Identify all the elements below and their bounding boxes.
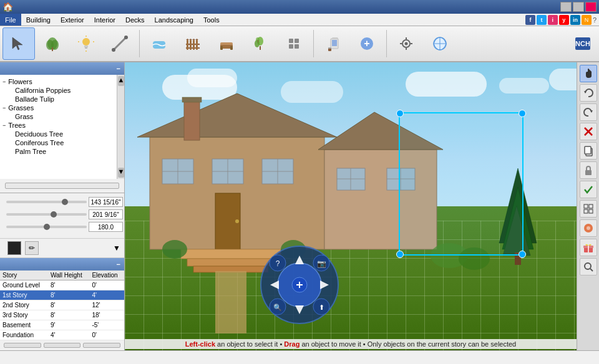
item-grass[interactable]: Grass (1, 112, 115, 121)
furniture-icon (217, 34, 236, 54)
menu-bar: File Building Exterior Interior Decks La… (0, 14, 599, 26)
story-collapse-icon[interactable]: − (117, 261, 120, 268)
delete-story-button[interactable] (83, 343, 120, 348)
elevation: 18' (89, 310, 124, 320)
rt-check-button[interactable] (580, 181, 597, 198)
tool-options[interactable] (390, 27, 422, 60)
category-grasses[interactable]: − Grasses (1, 103, 115, 112)
material-section: ✏ ▼ (0, 239, 124, 258)
elevation: 0' (89, 330, 124, 340)
story-panel: − Story Wall Height Elevation Ground Lev… (0, 258, 124, 350)
tool-accessories[interactable] (244, 27, 276, 60)
tool-lighting[interactable] (70, 27, 102, 60)
rt-gift-button[interactable] (580, 239, 597, 256)
menu-landscaping[interactable]: Landscaping (150, 14, 198, 26)
instagram-icon[interactable]: i (548, 15, 558, 25)
trees-expand-icon: − (2, 122, 6, 128)
flora-collapse-icon[interactable]: − (117, 65, 120, 72)
minimize-button[interactable] (560, 2, 572, 12)
get-more-content-button[interactable] (5, 183, 119, 189)
flora-tree-scroll[interactable]: − Flowers California Poppies Ballade Tul… (0, 75, 117, 179)
path-icon (110, 34, 130, 54)
item-coniferous-tree[interactable]: Coniferous Tree (1, 138, 115, 147)
tool-add-content[interactable]: + (351, 27, 383, 60)
category-flowers[interactable]: − Flowers (1, 77, 115, 86)
tool-plants[interactable] (36, 27, 69, 60)
scrollbar-down-btn[interactable]: ▼ (118, 168, 124, 178)
rt-lock-button[interactable] (580, 161, 597, 179)
viewport[interactable]: ? 📷 🔍 ⬆ Left-click an object to select i… (125, 62, 577, 350)
tool-furniture[interactable] (210, 27, 243, 60)
item-palm-tree[interactable]: Palm Tree (1, 147, 115, 156)
menu-interior[interactable]: Interior (89, 14, 120, 26)
table-row[interactable]: 2nd Story 8' 12' (0, 300, 124, 310)
item-california-poppies[interactable]: California Poppies (1, 86, 115, 95)
material-edit-button[interactable]: ✏ (25, 241, 39, 255)
grasses-expand-icon: − (2, 105, 6, 111)
buy-online-icon (430, 34, 450, 54)
tool-paint[interactable] (317, 27, 349, 60)
rotation-slider[interactable] (6, 226, 87, 228)
rt-redo-button[interactable] (580, 103, 597, 121)
rt-undo-button[interactable] (580, 84, 597, 102)
material-expand-icon[interactable]: ▼ (113, 244, 120, 252)
category-trees[interactable]: − Trees (1, 121, 115, 130)
tool-path[interactable] (104, 27, 136, 60)
nch-icon[interactable]: N (582, 15, 592, 25)
tool-misc[interactable] (278, 27, 310, 60)
menu-tools[interactable]: Tools (198, 14, 225, 26)
title-bar-controls[interactable] (560, 2, 597, 12)
tool-buy-online[interactable] (424, 27, 456, 60)
tool-fencing[interactable] (177, 27, 209, 60)
edit-story-button[interactable] (44, 343, 81, 348)
rt-delete-button[interactable] (580, 123, 597, 140)
rt-copy-button[interactable] (580, 142, 597, 160)
maximize-button[interactable] (573, 2, 584, 12)
social-icons: f t i y in (525, 15, 580, 25)
flora-content-row: − Flowers California Poppies Ballade Tul… (0, 75, 124, 179)
new-story-button[interactable] (4, 343, 41, 348)
rt-search-button[interactable] (580, 258, 597, 275)
diameter-slider[interactable] (6, 201, 87, 203)
item-ballade-tulip[interactable]: Ballade Tulip (1, 95, 115, 103)
table-row[interactable]: 1st Story 8' 4' (0, 290, 124, 300)
tool-select[interactable] (2, 27, 35, 60)
scrollbar-up-btn[interactable]: ▲ (118, 76, 124, 86)
svg-rect-113 (585, 146, 591, 154)
paint-icon (323, 34, 343, 54)
linkedin-icon[interactable]: in (570, 15, 580, 25)
diameter-value[interactable] (89, 197, 123, 207)
table-row[interactable]: 3rd Story 8' 18' (0, 310, 124, 320)
separator-3 (386, 30, 387, 57)
youtube-icon[interactable]: y (559, 15, 569, 25)
table-row[interactable]: Basement 9' -5' (0, 320, 124, 330)
svg-marker-24 (195, 39, 198, 40)
facebook-icon[interactable]: f (525, 15, 535, 25)
menu-building[interactable]: Building (21, 14, 56, 26)
material-swatch[interactable] (7, 241, 21, 255)
flora-scrollbar[interactable]: ▲ ▼ (117, 75, 124, 179)
height-value[interactable] (89, 209, 123, 219)
menu-decks[interactable]: Decks (120, 14, 150, 26)
tool-pools[interactable] (143, 27, 175, 60)
item-deciduous-tree[interactable]: Deciduous Tree (1, 130, 115, 138)
height-slider[interactable] (6, 213, 87, 216)
rt-hand-button[interactable] (580, 65, 597, 82)
rt-paint-button[interactable] (580, 219, 597, 237)
menu-exterior[interactable]: Exterior (56, 14, 89, 26)
diameter-row (4, 197, 120, 207)
table-row[interactable]: Ground Level 8' 0' (0, 280, 124, 290)
rt-grid-button[interactable] (580, 200, 597, 218)
help-icon[interactable]: ? (593, 16, 597, 24)
menu-file[interactable]: File (0, 14, 21, 26)
nch-suite-button[interactable]: NCH (569, 32, 597, 55)
col-story: Story (0, 271, 48, 280)
close-button[interactable] (585, 2, 597, 12)
svg-rect-86 (215, 271, 246, 333)
rotation-value[interactable] (89, 222, 123, 232)
table-row[interactable]: Foundation 4' 0' (0, 330, 124, 340)
twitter-icon[interactable]: t (537, 15, 547, 25)
svg-rect-20 (196, 40, 198, 50)
svg-rect-28 (230, 46, 233, 50)
options-icon (396, 34, 416, 54)
